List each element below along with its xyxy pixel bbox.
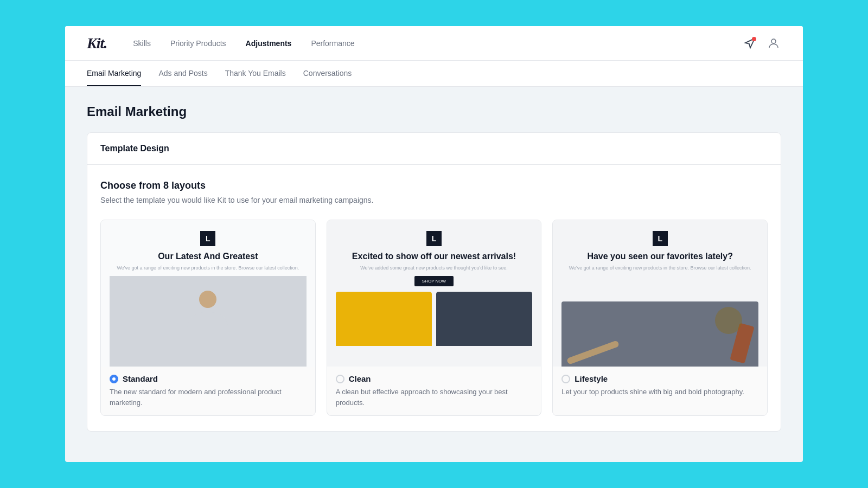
template-name-clean: Clean	[349, 374, 371, 383]
page-title: Email Marketing	[87, 104, 781, 119]
nav-right-actions	[742, 36, 781, 51]
template-grid: L Our Latest And Greatest We've got a ra…	[100, 220, 768, 416]
template-card-clean[interactable]: L Excited to show off our newest arrival…	[327, 220, 542, 416]
template-headline-standard: Our Latest And Greatest	[158, 252, 258, 261]
template-logo-badge-clean: L	[426, 231, 442, 246]
template-preview-standard: L Our Latest And Greatest We've got a ra…	[101, 220, 315, 367]
template-radio-standard[interactable]	[110, 375, 118, 383]
template-design-card: Template Design Choose from 8 layouts Se…	[87, 132, 781, 432]
template-radio-clean[interactable]	[336, 375, 344, 383]
layouts-title: Choose from 8 layouts	[100, 180, 768, 191]
tshirt-dark-block	[436, 292, 532, 367]
template-image-lifestyle	[561, 276, 758, 367]
template-subtext-lifestyle: We've got a range of exciting new produc…	[569, 265, 751, 272]
template-image-standard	[110, 276, 307, 367]
notification-dot	[752, 37, 756, 41]
user-profile-button[interactable]	[766, 36, 781, 51]
card-header: Template Design	[87, 133, 781, 165]
subnav-conversations[interactable]: Conversations	[303, 61, 352, 86]
svg-point-0	[771, 39, 776, 43]
template-preview-clean: L Excited to show off our newest arrival…	[327, 220, 541, 367]
sub-navigation: Email Marketing Ads and Posts Thank You …	[65, 61, 803, 87]
template-preview-lifestyle: L Have you seen our favorites lately? We…	[553, 220, 767, 367]
template-image-clean	[336, 292, 533, 367]
template-info-clean: Clean A clean but effective approach to …	[327, 367, 541, 415]
template-subtext-clean: We've added some great new products we t…	[360, 265, 507, 272]
main-navigation: Skills Priority Products Adjustments Per…	[133, 37, 742, 50]
layouts-subtitle: Select the template you would like Kit t…	[100, 196, 768, 204]
template-radio-lifestyle[interactable]	[561, 375, 570, 383]
card-header-title: Template Design	[100, 144, 169, 153]
template-card-lifestyle[interactable]: L Have you seen our favorites lately? We…	[552, 220, 768, 416]
subnav-ads-and-posts[interactable]: Ads and Posts	[158, 61, 207, 86]
template-name-row-standard: Standard	[110, 374, 307, 383]
nav-item-priority-products[interactable]: Priority Products	[170, 37, 226, 50]
template-name-standard: Standard	[123, 374, 158, 383]
main-content: Email Marketing Template Design Choose f…	[65, 87, 803, 462]
template-btn-clean: SHOP NOW	[414, 276, 454, 286]
template-name-lifestyle: Lifestyle	[575, 374, 608, 383]
template-info-lifestyle: Lifestyle Let your top products shine wi…	[553, 367, 767, 405]
template-desc-clean: A clean but effective approach to showca…	[336, 387, 533, 408]
notifications-button[interactable]	[742, 36, 757, 51]
app-logo[interactable]: Kit.	[87, 35, 107, 52]
top-nav: Kit. Skills Priority Products Adjustment…	[65, 26, 803, 61]
template-desc-standard: The new standard for modern and professi…	[110, 387, 307, 408]
lifestyle-photo-block	[561, 301, 758, 367]
card-body: Choose from 8 layouts Select the templat…	[87, 165, 781, 431]
template-info-standard: Standard The new standard for modern and…	[101, 367, 315, 415]
template-logo-badge-lifestyle: L	[653, 231, 668, 246]
template-logo-badge-standard: L	[200, 231, 215, 246]
tshirt-yellow-block	[336, 292, 432, 367]
user-avatar-icon	[767, 37, 780, 50]
subnav-thank-you-emails[interactable]: Thank You Emails	[225, 61, 286, 86]
subnav-email-marketing[interactable]: Email Marketing	[87, 61, 141, 86]
template-name-row-clean: Clean	[336, 374, 533, 383]
app-container: Kit. Skills Priority Products Adjustment…	[65, 26, 803, 462]
template-desc-lifestyle: Let your top products shine with big and…	[561, 387, 758, 397]
template-card-standard[interactable]: L Our Latest And Greatest We've got a ra…	[100, 220, 316, 416]
nav-item-adjustments[interactable]: Adjustments	[246, 37, 292, 50]
template-subtext-standard: We've got a range of exciting new produc…	[117, 265, 299, 272]
nav-item-performance[interactable]: Performance	[311, 37, 354, 50]
template-name-row-lifestyle: Lifestyle	[561, 374, 758, 383]
template-headline-lifestyle: Have you seen our favorites lately?	[587, 252, 733, 261]
person-image-standard	[110, 276, 307, 367]
template-headline-clean: Excited to show off our newest arrivals!	[352, 252, 516, 261]
nav-item-skills[interactable]: Skills	[133, 37, 151, 50]
